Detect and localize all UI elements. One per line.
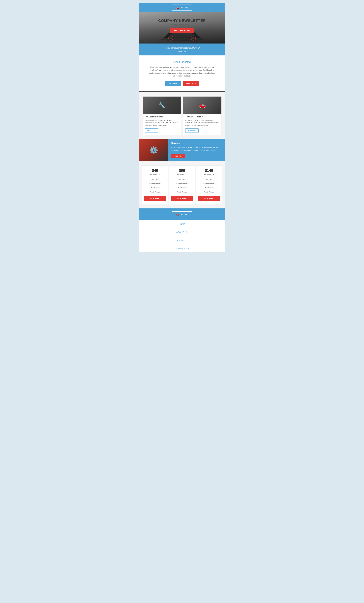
branding-title-highlight: Branding: [180, 61, 191, 63]
branding-body: When you consistently create campaigns t…: [148, 66, 216, 78]
pricing-price-3: $149: [198, 168, 220, 173]
service-body: Service Lorem ipsum dolor sit amet, cons…: [168, 139, 225, 161]
pricing-buy-2[interactable]: BUY NOW: [171, 196, 193, 201]
pricing-feature-3-2: Second Feature: [198, 182, 220, 186]
pricing-name-3: PRICING 3: [198, 173, 220, 175]
service-section: Service Lorem ipsum dolor sit amet, cons…: [139, 139, 225, 161]
hero-cta-button[interactable]: GET STARTED: [170, 28, 194, 33]
pricing-card-3: $149 PRICING 3 First Feature Second Feat…: [196, 165, 222, 204]
products-section: The Latest Product Lorem ipsum dolor sit…: [139, 92, 225, 139]
header-logo-button[interactable]: 🚗 Company: [172, 5, 192, 11]
branding-buttons: Get Started View Demo: [148, 81, 216, 86]
pricing-card-2: $99 PRICING 2 First Feature Second Featu…: [169, 165, 195, 204]
footer-car-icon: 🚗: [176, 213, 179, 216]
footer-logo-label: Company: [180, 213, 188, 215]
dark-divider: [139, 91, 225, 92]
hero-section: COMPANY NEWSLETTER The latest from our b…: [139, 12, 225, 44]
product-title-2: The Latest Product: [185, 116, 219, 118]
product-readmore-2[interactable]: Read more: [185, 128, 199, 133]
products-grid: The Latest Product Lorem ipsum dolor sit…: [142, 96, 222, 135]
product-card-2: The Latest Product Lorem ipsum dolor sit…: [183, 96, 222, 135]
service-readmore-button[interactable]: Read more: [171, 154, 185, 158]
car-icon: 🚗: [176, 6, 179, 9]
product-card-1: The Latest Product Lorem ipsum dolor sit…: [143, 96, 181, 135]
footer-nav-home[interactable]: HOME: [139, 220, 225, 228]
footer-logo-button[interactable]: 🚗 Company: [172, 211, 192, 217]
testimonial-author: -Jane Doe: [145, 50, 219, 52]
pricing-card-1: $49 PRICING 1 First Feature Second Featu…: [142, 165, 168, 204]
product-text-1: Lorem ipsum dolor sit amet, consectetur …: [145, 119, 179, 127]
pricing-feature-1-2: Second Feature: [144, 182, 166, 186]
pricing-section: $49 PRICING 1 First Feature Second Featu…: [139, 161, 225, 209]
footer-logo-area: 🚗 Company: [139, 209, 225, 220]
pricing-feature-1-3: Third Feature: [144, 186, 166, 190]
branding-title-static: Email: [173, 61, 180, 63]
pricing-name-2: PRICING 2: [171, 173, 193, 175]
pricing-buy-1[interactable]: BUY NOW: [144, 196, 166, 201]
pricing-name-1: PRICING 1: [144, 173, 166, 175]
pricing-feature-2-3: Third Feature: [171, 186, 193, 190]
footer: 🚗 Company HOME ABOUT US SERVICES CONTACT…: [139, 209, 225, 252]
header: 🚗 Company: [139, 3, 225, 12]
product-readmore-1[interactable]: Read more: [145, 128, 158, 133]
pricing-feature-1-4: Fourth Feature: [144, 190, 166, 194]
product-body-2: The Latest Product Lorem ipsum dolor sit…: [183, 114, 221, 135]
footer-nav-about[interactable]: ABOUT US: [139, 228, 225, 236]
footer-nav-services[interactable]: SERVICES: [139, 236, 225, 244]
pricing-feature-3-1: First Feature: [198, 178, 220, 182]
header-logo-label: Company: [180, 6, 188, 9]
service-image: [139, 139, 168, 161]
get-started-button[interactable]: Get Started: [165, 81, 181, 86]
pricing-feature-3-4: Fourth Feature: [198, 190, 220, 194]
footer-nav: HOME ABOUT US SERVICES CONTACT US: [139, 220, 225, 252]
testimonial-section: "The best customer testimonial ever." -J…: [139, 44, 225, 56]
branding-title: Email Branding: [148, 61, 216, 64]
pricing-feature-2-4: Fourth Feature: [171, 190, 193, 194]
email-wrapper: 🚗 Company COMPANY NEWSLETTER The latest …: [139, 3, 225, 252]
pricing-feature-2-1: First Feature: [171, 178, 193, 182]
pricing-price-2: $99: [171, 168, 193, 173]
footer-nav-contact[interactable]: CONTACT US: [139, 244, 225, 252]
product-image-2: [183, 96, 221, 114]
pricing-feature-3-3: Third Feature: [198, 186, 220, 190]
hero-title: COMPANY NEWSLETTER: [158, 19, 206, 23]
view-demo-button[interactable]: View Demo: [183, 81, 199, 86]
hero-content: COMPANY NEWSLETTER The latest from our b…: [158, 19, 206, 33]
pricing-feature-1-1: First Feature: [144, 178, 166, 182]
pricing-buy-3[interactable]: BUY NOW: [198, 196, 220, 201]
product-body-1: The Latest Product Lorem ipsum dolor sit…: [143, 114, 181, 135]
hero-subtitle: The latest from our business.: [158, 24, 206, 26]
product-text-2: Lorem ipsum dolor sit amet, consectetur …: [185, 119, 219, 127]
product-title-1: The Latest Product: [145, 116, 179, 118]
service-text: Lorem ipsum dolor sit amet, consectetur …: [171, 146, 221, 151]
pricing-price-1: $49: [144, 168, 166, 173]
service-title: Service: [171, 142, 221, 145]
pricing-grid: $49 PRICING 1 First Feature Second Featu…: [142, 165, 222, 204]
product-image-1: [143, 96, 181, 114]
testimonial-quote: "The best customer testimonial ever.": [145, 47, 219, 49]
branding-section: Email Branding When you consistently cre…: [139, 56, 225, 91]
pricing-feature-2-2: Second Feature: [171, 182, 193, 186]
